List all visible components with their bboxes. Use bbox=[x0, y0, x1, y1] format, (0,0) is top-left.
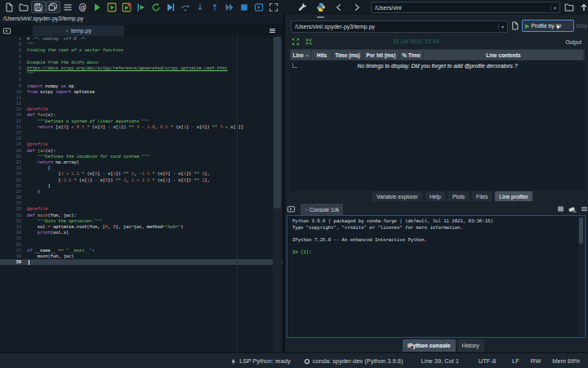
editor-options-menu-icon[interactable] bbox=[268, 26, 278, 34]
line-number[interactable]: 24 bbox=[0, 171, 27, 177]
line-number[interactable]: 16 bbox=[0, 124, 27, 130]
run-icon[interactable] bbox=[90, 1, 105, 13]
line-number[interactable]: 23 bbox=[0, 165, 27, 171]
line-number[interactable]: 3 bbox=[0, 47, 27, 53]
code-line[interactable]: 39 bbox=[0, 259, 283, 265]
run-cell-icon[interactable] bbox=[105, 1, 119, 13]
code-line[interactable]: 3Finding the root of a vector function bbox=[0, 47, 283, 53]
status-conda-spyder-dev-python-[interactable]: conda: spyder-dev (Python 3.9.6) bbox=[304, 357, 403, 365]
back-icon[interactable] bbox=[332, 1, 346, 13]
line-number[interactable]: 27 bbox=[0, 189, 27, 195]
run-selection-icon[interactable] bbox=[134, 1, 149, 13]
code-line[interactable]: 17 bbox=[0, 130, 283, 136]
output-file-icon[interactable] bbox=[510, 21, 521, 30]
code-line[interactable]: 4 bbox=[0, 54, 283, 60]
browse-tabs-icon[interactable] bbox=[2, 26, 13, 35]
line-number[interactable]: 29 bbox=[0, 200, 27, 206]
line-number[interactable]: 12 bbox=[0, 101, 27, 106]
save-icon[interactable] bbox=[31, 1, 46, 13]
code-line[interactable]: 31def main(fun, jac): bbox=[0, 213, 283, 218]
tab-files[interactable]: Files bbox=[471, 191, 492, 202]
open-file-icon[interactable] bbox=[16, 1, 31, 13]
chevron-down-icon[interactable]: ▾ bbox=[550, 5, 556, 11]
line-number[interactable]: 18 bbox=[0, 136, 27, 141]
find-symbols-icon[interactable]: @ bbox=[75, 1, 90, 13]
line-number[interactable]: 28 bbox=[0, 195, 27, 200]
column-header-per-hit-ms-[interactable]: Per hit (ms) bbox=[363, 50, 399, 60]
up-dir-icon[interactable] bbox=[577, 1, 588, 13]
debug-icon[interactable] bbox=[163, 1, 178, 13]
line-number[interactable]: 20 bbox=[0, 148, 27, 154]
line-number[interactable]: 35 bbox=[0, 236, 27, 241]
code-line[interactable]: 29 bbox=[0, 200, 283, 206]
line-number[interactable]: 7 bbox=[0, 71, 27, 77]
code-line[interactable]: 12 bbox=[0, 101, 283, 106]
line-number[interactable]: 15 bbox=[0, 119, 27, 124]
line-number[interactable]: 34 bbox=[0, 230, 27, 236]
code-line[interactable]: 11 bbox=[0, 95, 283, 101]
code-line[interactable]: 36 bbox=[0, 242, 283, 248]
console-options-menu-icon[interactable] bbox=[580, 204, 588, 213]
line-number[interactable]: 22 bbox=[0, 159, 27, 165]
line-number[interactable]: 6 bbox=[0, 65, 27, 71]
clear-console-icon[interactable] bbox=[568, 204, 579, 213]
step-into-icon[interactable] bbox=[193, 1, 207, 13]
code-line[interactable]: 23 [ bbox=[0, 165, 283, 171]
open-dir-icon[interactable] bbox=[562, 1, 577, 13]
code-line[interactable]: 19@profile bbox=[0, 141, 283, 147]
code-line[interactable]: 10from scipy import optimize bbox=[0, 89, 283, 95]
line-number[interactable]: 32 bbox=[0, 218, 27, 224]
console-scrollbar[interactable] bbox=[578, 217, 584, 336]
maximize-icon[interactable] bbox=[266, 1, 281, 13]
code-line[interactable]: 6https://docs.scipy.org/doc/scipy/refere… bbox=[0, 65, 283, 71]
console-tab[interactable]: × Console 1/A bbox=[301, 204, 343, 215]
code-editor[interactable]: 1# -*- coding: utf-8 -*-2"""3Finding the… bbox=[0, 36, 283, 352]
column-header-line-contents[interactable]: Line contents bbox=[424, 50, 584, 60]
code-line[interactable]: 15 """Defines a system of linear equatio… bbox=[0, 119, 283, 124]
continue-icon[interactable] bbox=[222, 1, 237, 13]
new-console-icon[interactable] bbox=[252, 1, 266, 13]
step-return-icon[interactable] bbox=[207, 1, 222, 13]
code-line[interactable]: 18 bbox=[0, 136, 283, 141]
step-over-icon[interactable] bbox=[178, 1, 193, 13]
code-line[interactable]: 8 bbox=[0, 77, 283, 83]
code-line[interactable]: 5Example from the SciPy docs: bbox=[0, 60, 283, 65]
code-line[interactable]: 7""" bbox=[0, 71, 283, 77]
code-line[interactable]: 25 [-1.5 * (x[1] - x[0]) ** 2, 1 + 1.5 *… bbox=[0, 177, 283, 183]
code-line[interactable]: 16 return [x[0] + 0.5 * (x[0] - x[1]) **… bbox=[0, 124, 283, 130]
line-number[interactable]: 13 bbox=[0, 106, 27, 112]
line-number[interactable]: 31 bbox=[0, 213, 27, 218]
preferences-icon[interactable] bbox=[296, 1, 310, 13]
stop-debug-icon[interactable] bbox=[237, 1, 252, 13]
line-number[interactable]: 4 bbox=[0, 54, 27, 60]
code-line[interactable]: 30@profile bbox=[0, 206, 283, 212]
line-number[interactable]: 17 bbox=[0, 130, 27, 136]
code-line[interactable]: 21 """Defines the Jacobian for said syst… bbox=[0, 154, 283, 159]
line-number[interactable]: 8 bbox=[0, 77, 27, 83]
tab-plots[interactable]: Plots bbox=[448, 191, 470, 202]
code-line[interactable]: 24 [1 + 1.5 * (x[0] - x[1]) ** 2, -1.5 *… bbox=[0, 171, 283, 177]
stop-button[interactable]: Stop bbox=[576, 23, 587, 29]
code-line[interactable]: 2""" bbox=[0, 42, 283, 47]
line-number[interactable]: 21 bbox=[0, 154, 27, 159]
expand-all-icon[interactable] bbox=[292, 38, 301, 47]
column-header-time-ms-[interactable]: Time (ms) bbox=[332, 50, 363, 60]
code-line[interactable]: 22 return np.array( bbox=[0, 159, 283, 165]
line-number[interactable]: 10 bbox=[0, 89, 27, 95]
line-number[interactable]: 36 bbox=[0, 242, 27, 248]
editor-scrollbar[interactable] bbox=[273, 36, 282, 352]
line-number[interactable]: 33 bbox=[0, 224, 27, 230]
line-number[interactable]: 2 bbox=[0, 42, 27, 47]
code-line[interactable]: 9import numpy as np bbox=[0, 83, 283, 89]
status-lsp-python-ready[interactable]: LSP Python: ready bbox=[230, 357, 290, 365]
column-header--time[interactable]: % Time bbox=[399, 50, 424, 60]
tab-variable-explorer[interactable]: Variable explorer bbox=[372, 191, 423, 202]
code-line[interactable]: 34 print(sol.x) bbox=[0, 230, 283, 236]
run-cell-advance-icon[interactable] bbox=[119, 1, 134, 13]
code-line[interactable]: 35 bbox=[0, 236, 283, 241]
line-number[interactable]: 5 bbox=[0, 60, 27, 65]
code-line[interactable]: 33 sol = optimize.root(fun, [0, 0], jac=… bbox=[0, 224, 283, 230]
line-number[interactable]: 26 bbox=[0, 183, 27, 189]
line-number[interactable]: 39 bbox=[0, 259, 27, 265]
code-line[interactable]: 14def fun(x): bbox=[0, 112, 283, 118]
